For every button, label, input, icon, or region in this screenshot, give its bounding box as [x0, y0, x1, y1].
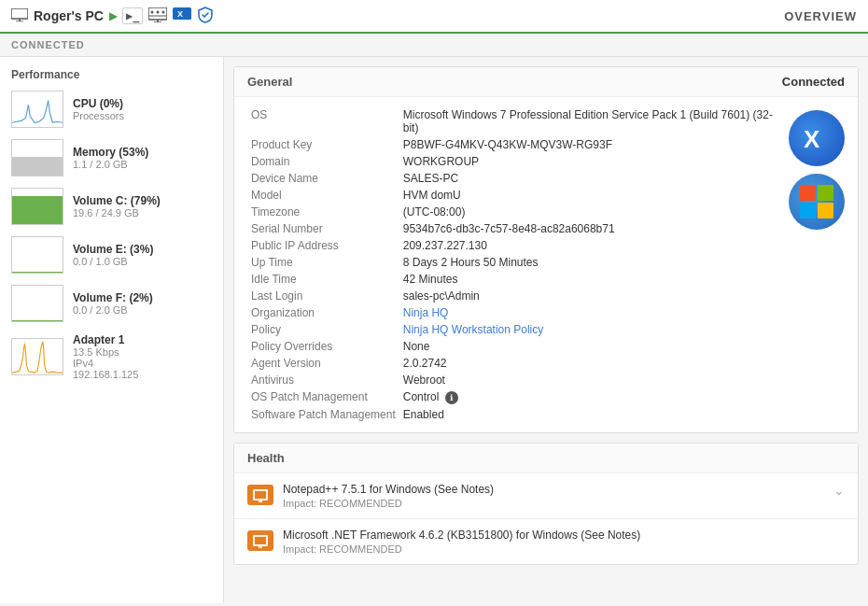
adapter-label: Adapter 1 13.5 Kbps IPv4 192.168.1.125: [73, 333, 138, 380]
general-panel-body: OS Microsoft Windows 7 Professional Edit…: [234, 97, 858, 432]
win-pane-blue: [800, 203, 816, 218]
table-row: Device Name SALES-PC: [247, 170, 779, 187]
remote-icon[interactable]: [148, 7, 167, 25]
health-item-1[interactable]: Notepad++ 7.5.1 for Windows (See Notes) …: [234, 473, 858, 519]
table-row: Timezone (UTC-08:00): [247, 204, 779, 220]
table-row: Idle Time 42 Minutes: [247, 271, 779, 288]
health-item-2[interactable]: Microsoft .NET Framework 4.6.2 (KB315180…: [234, 519, 858, 564]
field-label: Product Key: [247, 136, 399, 153]
x-icon-svg: X: [796, 118, 837, 159]
health-panel: Health Notepad++ 7.5.1 for Windows (See …: [233, 443, 859, 565]
field-value: SALES-PC: [399, 170, 779, 187]
health-icon-2: [247, 530, 273, 551]
sidebar-title: Performance: [11, 68, 212, 81]
breadcrumb-arrow: ▶: [109, 10, 117, 22]
overview-label: OVERVIEW: [784, 9, 857, 23]
general-panel-header: General Connected: [234, 67, 858, 97]
info-icon[interactable]: ℹ: [445, 391, 458, 404]
info-table: OS Microsoft Windows 7 Professional Edit…: [247, 106, 779, 423]
policy-link[interactable]: Ninja HQ Workstation Policy: [399, 321, 779, 338]
general-panel: General Connected OS Microsoft Windows 7…: [233, 66, 859, 433]
volume-f-item: Volume F: (2%) 0.0 / 2.0 GB: [11, 285, 212, 322]
table-row: OS Patch Management Control ℹ: [247, 388, 779, 406]
table-row: Organization Ninja HQ: [247, 304, 779, 321]
content-area: General Connected OS Microsoft Windows 7…: [224, 57, 868, 603]
field-value: (UTC-08:00): [399, 204, 779, 220]
table-row: Policy Overrides None: [247, 338, 779, 355]
svg-point-6: [157, 10, 160, 13]
volume-e-name: Volume E: (3%): [73, 243, 153, 256]
svg-text:X: X: [177, 9, 183, 19]
svg-rect-0: [11, 8, 28, 19]
svg-text:X: X: [804, 125, 820, 153]
connected-banner: CONNECTED: [0, 34, 868, 57]
field-value: 8 Days 2 Hours 50 Minutes: [399, 254, 779, 271]
terminal-icon[interactable]: ▶_: [122, 7, 143, 24]
field-value: sales-pc\Admin: [399, 288, 779, 304]
table-row: Model HVM domU: [247, 187, 779, 204]
org-link[interactable]: Ninja HQ: [399, 304, 779, 321]
table-row: Software Patch Management Enabled: [247, 406, 779, 423]
windows-icon: [789, 174, 845, 230]
field-label: OS: [247, 106, 399, 136]
field-label: Domain: [247, 153, 399, 170]
svg-point-5: [151, 10, 154, 13]
x-remote-icon[interactable]: X: [173, 7, 191, 25]
header-left: Roger's PC ▶ ▶_ X: [11, 7, 214, 26]
health-icon-1: [247, 485, 273, 505]
adapter-name: Adapter 1: [73, 333, 138, 346]
volume-c-item: Volume C: (79%) 19.6 / 24.9 GB: [11, 188, 212, 225]
volume-e-graph: [11, 236, 63, 274]
field-value: 9534b7c6-db3c-7c57-8e48-ac82a6068b71: [399, 220, 779, 237]
field-label: Software Patch Management: [247, 406, 399, 423]
field-label: Serial Number: [247, 220, 399, 237]
chevron-down-icon: ⌄: [833, 483, 845, 498]
adapter-proto: IPv4: [73, 358, 138, 369]
health-items: Notepad++ 7.5.1 for Windows (See Notes) …: [234, 473, 858, 564]
volume-f-graph: [11, 285, 63, 322]
x-remote-big-icon: X: [789, 110, 845, 166]
health-text-2: Microsoft .NET Framework 4.6.2 (KB315180…: [283, 528, 845, 555]
cpu-item: CPU (0%) Processors: [11, 91, 212, 128]
volume-e-sub: 0.0 / 1.0 GB: [73, 256, 153, 267]
table-row: Policy Ninja HQ Workstation Policy: [247, 321, 779, 338]
health-text-1: Notepad++ 7.5.1 for Windows (See Notes) …: [283, 483, 824, 509]
general-title: General: [247, 75, 292, 89]
memory-graph: [11, 139, 63, 176]
table-row: Antivirus Webroot: [247, 372, 779, 388]
field-label: Policy Overrides: [247, 338, 399, 355]
field-label: Timezone: [247, 204, 399, 220]
table-row: Domain WORKGROUP: [247, 153, 779, 170]
header: Roger's PC ▶ ▶_ X: [0, 0, 868, 34]
field-label: Device Name: [247, 170, 399, 187]
main-layout: Performance CPU (0%) Processors Memory (…: [0, 57, 868, 603]
field-label: Antivirus: [247, 372, 399, 388]
shield-icon[interactable]: [197, 7, 214, 26]
adapter-speed: 13.5 Kbps: [73, 346, 138, 358]
volume-f-label: Volume F: (2%) 0.0 / 2.0 GB: [73, 291, 153, 316]
field-label: Policy: [247, 321, 399, 338]
cpu-label: CPU (0%) Processors: [73, 97, 124, 121]
table-row: Last Login sales-pc\Admin: [247, 288, 779, 304]
field-label: Public IP Address: [247, 237, 399, 254]
adapter-graph: [11, 338, 63, 375]
table-row: Product Key P8BWF-G4MKV-Q43KW-MQV3W-RG93…: [247, 136, 779, 153]
general-icons: X: [789, 106, 845, 423]
volume-c-graph: [11, 188, 63, 225]
volume-e-item: Volume E: (3%) 0.0 / 1.0 GB: [11, 236, 212, 274]
field-value: WORKGROUP: [399, 153, 779, 170]
health-panel-header: Health: [234, 444, 858, 473]
volume-e-label: Volume E: (3%) 0.0 / 1.0 GB: [73, 243, 153, 267]
health-title: Health: [247, 451, 285, 465]
memory-name: Memory (53%): [73, 146, 148, 159]
cpu-sub: Processors: [73, 110, 124, 121]
adapter-item: Adapter 1 13.5 Kbps IPv4 192.168.1.125: [11, 333, 212, 380]
field-label: OS Patch Management: [247, 388, 399, 406]
field-label: Last Login: [247, 288, 399, 304]
svg-point-7: [162, 10, 165, 13]
health-item-impact-2: Impact: RECOMMENDED: [283, 543, 845, 555]
field-label: Agent Version: [247, 355, 399, 372]
memory-label: Memory (53%) 1.1 / 2.0 GB: [73, 146, 148, 170]
field-label: Up Time: [247, 254, 399, 271]
sidebar: Performance CPU (0%) Processors Memory (…: [0, 57, 224, 603]
